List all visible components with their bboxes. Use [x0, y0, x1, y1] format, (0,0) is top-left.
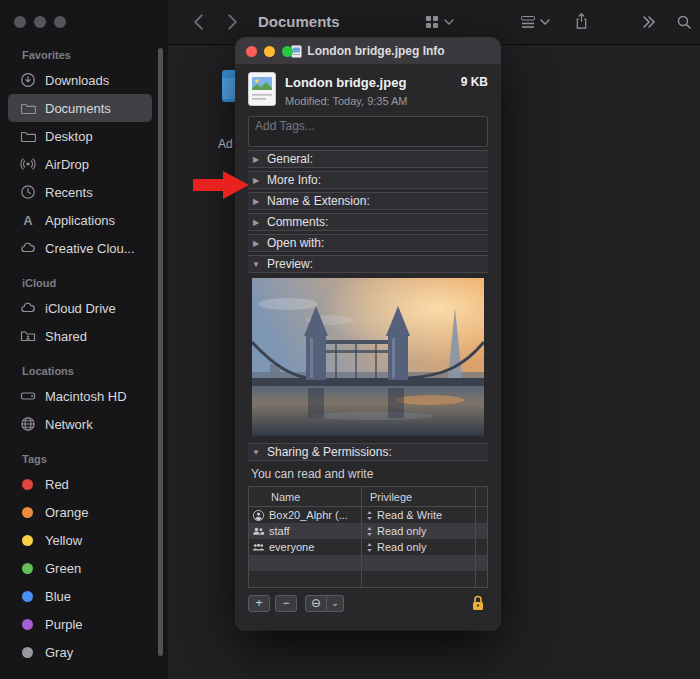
tag-red-icon	[22, 479, 33, 490]
sidebar-item-applications[interactable]: A Applications	[8, 206, 152, 234]
sidebar-item-tag-blue[interactable]: Blue	[8, 582, 152, 610]
section-comments[interactable]: ▶ Comments:	[248, 213, 488, 231]
sidebar-item-tag-gray[interactable]: Gray	[8, 638, 152, 666]
tag-gray-icon	[22, 647, 33, 658]
group-view-icon	[520, 14, 536, 30]
sidebar-item-tag-purple[interactable]: Purple	[8, 610, 152, 638]
lock-button[interactable]	[470, 594, 486, 612]
column-header-privilege: Privilege	[361, 487, 475, 506]
folder-icon	[20, 128, 36, 144]
close-icon[interactable]	[246, 46, 257, 57]
section-name-extension[interactable]: ▶ Name & Extension:	[248, 192, 488, 210]
remove-user-button[interactable]: −	[275, 595, 297, 612]
table-row[interactable]: Box20_Alphr (... Read & Write	[249, 507, 487, 523]
globe-icon	[20, 416, 36, 432]
privilege-select[interactable]: Read only	[361, 523, 475, 539]
sidebar-item-macintosh-hd[interactable]: Macintosh HD	[8, 382, 152, 410]
sidebar-item-network[interactable]: Network	[8, 410, 152, 438]
sidebar-item-tag-green[interactable]: Green	[8, 554, 152, 582]
sidebar-item-airdrop[interactable]: AirDrop	[8, 150, 152, 178]
sidebar-item-downloads[interactable]: Downloads	[8, 66, 152, 94]
section-preview[interactable]: ▼ Preview:	[248, 255, 488, 273]
sidebar-item-tag-red[interactable]: Red	[8, 470, 152, 498]
tag-yellow-icon	[22, 535, 33, 546]
more-toolbar-items-button[interactable]	[642, 16, 656, 28]
section-open-with[interactable]: ▶ Open with:	[248, 234, 488, 252]
download-icon	[20, 72, 36, 88]
sidebar-item-label: Documents	[45, 101, 111, 116]
sidebar-item-label: Orange	[45, 505, 88, 520]
privilege-select[interactable]: Read & Write	[361, 507, 475, 523]
sidebar-item-recents[interactable]: Recents	[8, 178, 152, 206]
section-label: Name & Extension:	[267, 194, 370, 208]
sidebar-scrollbar[interactable]	[158, 48, 163, 656]
privilege-select[interactable]: Read only	[361, 539, 475, 555]
action-menu-chevron[interactable]: ⌄	[327, 595, 344, 612]
chevron-right-icon: ▶	[251, 239, 261, 248]
info-window-title: London bridge.jpeg Info	[307, 44, 444, 58]
sidebar-scroll: Favorites Downloads Documents Desktop Ai…	[0, 44, 168, 679]
chevron-down-icon	[444, 19, 454, 25]
info-titlebar[interactable]: London bridge.jpeg Info	[236, 38, 500, 64]
group-icon	[252, 525, 265, 538]
table-row[interactable]: staff Read only	[249, 523, 487, 539]
view-grid-button[interactable]	[424, 14, 454, 30]
chevron-down-icon: ▼	[251, 448, 261, 457]
toolbar-title: Documents	[258, 13, 340, 30]
folder-icon	[20, 100, 36, 116]
chevron-right-icon: ▶	[251, 176, 261, 185]
table-empty-row	[249, 571, 487, 587]
grid-view-icon	[424, 14, 440, 30]
table-row[interactable]: everyone Read only	[249, 539, 487, 555]
window-controls-inactive	[14, 16, 66, 28]
sidebar-item-creative-cloud[interactable]: Creative Clou...	[8, 234, 152, 262]
section-more-info[interactable]: ▶ More Info:	[248, 171, 488, 189]
minimize-icon[interactable]	[264, 46, 275, 57]
section-label: Open with:	[267, 236, 324, 250]
sidebar-item-label: Yellow	[45, 533, 82, 548]
share-button[interactable]	[574, 12, 589, 30]
sidebar-item-label: iCloud Drive	[45, 301, 116, 316]
group-view-button[interactable]	[520, 14, 550, 30]
tag-purple-icon	[22, 619, 33, 630]
privilege-value: Read & Write	[377, 509, 442, 521]
section-general[interactable]: ▶ General:	[248, 150, 488, 168]
search-icon	[676, 14, 692, 30]
close-icon[interactable]	[14, 16, 26, 28]
sidebar-item-tag-yellow[interactable]: Yellow	[8, 526, 152, 554]
section-sharing-permissions[interactable]: ▼ Sharing & Permissions:	[248, 443, 488, 461]
sidebar-item-shared[interactable]: Shared	[8, 322, 152, 350]
zoom-icon[interactable]	[54, 16, 66, 28]
minimize-icon[interactable]	[34, 16, 46, 28]
section-label: Preview:	[267, 257, 313, 271]
sidebar-item-label: Recents	[45, 185, 93, 200]
cloud-icon	[20, 240, 36, 256]
forward-button[interactable]	[228, 14, 237, 30]
sidebar-item-icloud-drive[interactable]: iCloud Drive	[8, 294, 152, 322]
action-menu-button[interactable]: ⊖	[305, 595, 327, 612]
sidebar-section-locations: Locations	[0, 360, 168, 382]
sidebar-item-desktop[interactable]: Desktop	[8, 122, 152, 150]
table-scroll-gutter	[475, 487, 487, 506]
drive-icon	[20, 388, 36, 404]
applications-icon: A	[20, 212, 36, 228]
zoom-icon[interactable]	[282, 46, 293, 57]
search-button[interactable]	[676, 14, 692, 30]
section-label: Comments:	[267, 215, 328, 229]
back-button[interactable]	[194, 14, 203, 30]
permissions-table: Name Privilege Box20_Alphr (... Read & W…	[248, 486, 488, 588]
tag-green-icon	[22, 563, 33, 574]
shared-folder-icon	[20, 328, 36, 344]
section-label: More Info:	[267, 173, 321, 187]
sidebar-item-tag-orange[interactable]: Orange	[8, 498, 152, 526]
table-header: Name Privilege	[249, 487, 487, 507]
clock-icon	[20, 184, 36, 200]
add-tags-input[interactable]	[248, 116, 488, 147]
add-user-button[interactable]: +	[248, 595, 270, 612]
sidebar-item-label: Applications	[45, 213, 115, 228]
table-empty-row	[249, 555, 487, 571]
sharing-note: You can read and write	[248, 461, 488, 486]
sidebar-item-documents[interactable]: Documents	[8, 94, 152, 122]
chevron-right-icon: ▶	[251, 155, 261, 164]
chevron-right-icon: ▶	[251, 197, 261, 206]
